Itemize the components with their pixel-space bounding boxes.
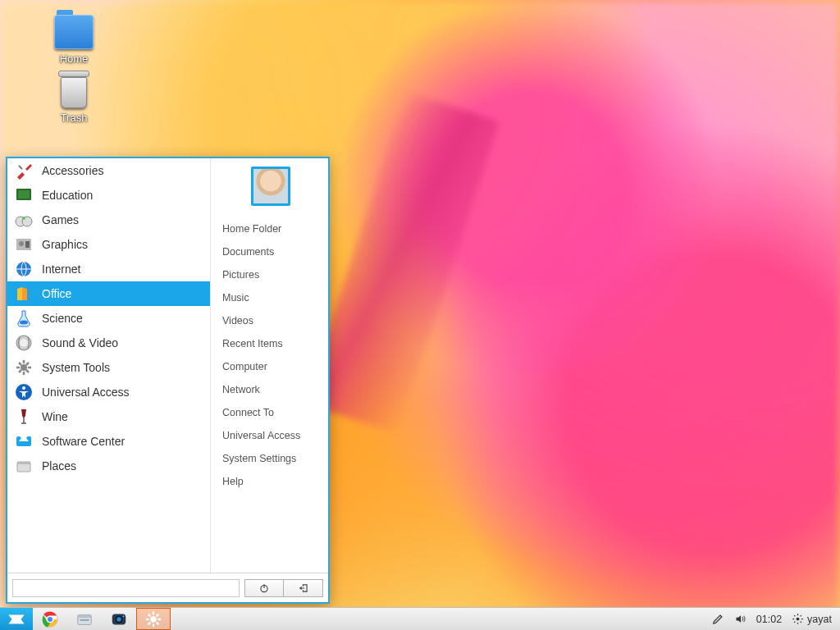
svg-rect-30 <box>80 619 89 621</box>
desktop-icon-label: Home <box>41 52 107 65</box>
clock-time: 01:02 <box>756 614 782 625</box>
logout-icon <box>298 582 309 594</box>
gear-icon <box>792 613 804 625</box>
user-avatar[interactable] <box>251 167 290 206</box>
category-office[interactable]: Office <box>7 281 210 306</box>
internet-icon <box>12 259 35 279</box>
category-label: Internet <box>42 262 80 276</box>
svg-point-12 <box>21 364 27 371</box>
category-label: System Tools <box>42 361 110 374</box>
svg-rect-20 <box>17 462 30 464</box>
svg-point-36 <box>797 618 800 621</box>
shutdown-button[interactable] <box>244 579 284 597</box>
category-label: Accessories <box>42 164 103 177</box>
category-places[interactable]: Places <box>7 454 210 478</box>
category-software-center[interactable]: Software Center <box>7 429 210 454</box>
volume-icon <box>734 613 746 625</box>
svg-point-33 <box>116 617 121 622</box>
category-graphics[interactable]: Graphics <box>7 232 210 257</box>
category-label: Universal Access <box>42 386 130 399</box>
system-settings-icon <box>144 610 162 628</box>
place-label: Universal Access <box>222 430 300 441</box>
wine-icon <box>12 407 35 427</box>
user-menu[interactable]: yayat <box>792 613 832 625</box>
start-menu-search-input[interactable] <box>12 579 240 597</box>
svg-rect-29 <box>78 614 92 618</box>
launcher-cheese-webcam[interactable] <box>102 608 136 630</box>
category-label: Wine <box>42 410 68 423</box>
games-icon <box>12 210 35 230</box>
education-icon <box>12 185 35 205</box>
place-system-settings[interactable]: System Settings <box>222 447 318 470</box>
category-science[interactable]: Science <box>7 306 210 331</box>
folder-icon <box>54 15 94 49</box>
svg-point-35 <box>150 616 156 622</box>
place-label: Documents <box>222 246 274 258</box>
category-education[interactable]: Education <box>7 183 210 208</box>
category-internet[interactable]: Internet <box>7 257 210 281</box>
place-music[interactable]: Music <box>222 286 318 309</box>
category-label: Education <box>42 189 93 202</box>
category-label: Software Center <box>42 435 125 448</box>
places-icon <box>12 456 35 476</box>
place-label: System Settings <box>222 453 296 464</box>
category-label: Games <box>42 213 79 226</box>
place-universal-access[interactable]: Universal Access <box>222 424 318 447</box>
clock[interactable]: 01:02 <box>756 614 782 625</box>
place-label: Computer <box>222 361 267 372</box>
accessories-icon <box>12 161 35 180</box>
category-label: Graphics <box>42 238 88 251</box>
cheese-webcam-icon <box>110 610 128 628</box>
start-menu-categories: AccessoriesEducationGamesGraphicsInterne… <box>7 158 211 573</box>
svg-point-4 <box>22 217 25 220</box>
launcher-system-settings[interactable] <box>136 608 171 630</box>
graphics-icon <box>12 235 35 254</box>
category-sound-video[interactable]: Sound & Video <box>7 331 210 355</box>
place-computer[interactable]: Computer <box>222 355 318 378</box>
launcher-google-chrome[interactable] <box>33 608 67 630</box>
volume-indicator[interactable] <box>734 613 746 625</box>
svg-rect-7 <box>25 241 30 248</box>
place-label: Recent Items <box>222 338 283 349</box>
desktop-icon-label: Trash <box>41 112 107 124</box>
start-menu-bottom-bar <box>7 573 328 602</box>
input-device-indicator[interactable] <box>712 613 724 625</box>
place-help[interactable]: Help <box>222 470 318 493</box>
zorin-logo-icon <box>7 612 25 627</box>
category-accessories[interactable]: Accessories <box>7 158 210 183</box>
category-wine[interactable]: Wine <box>7 404 210 429</box>
google-chrome-icon <box>41 610 59 628</box>
power-icon <box>258 582 270 594</box>
desktop-icon-trash[interactable]: Trash <box>41 74 107 124</box>
svg-point-6 <box>19 241 24 246</box>
place-network[interactable]: Network <box>222 378 318 401</box>
start-button[interactable] <box>0 608 33 630</box>
desktop-icon-home-folder[interactable]: Home <box>41 15 107 65</box>
place-label: Music <box>222 292 249 304</box>
pen-tablet-icon <box>712 613 724 625</box>
place-connect-to[interactable]: Connect To <box>222 401 318 424</box>
category-label: Office <box>42 287 71 300</box>
category-system-tools[interactable]: System Tools <box>7 355 210 380</box>
launcher-file-manager[interactable] <box>67 608 102 630</box>
svg-point-9 <box>20 321 28 325</box>
place-label: Connect To <box>222 407 274 418</box>
place-label: Videos <box>222 315 253 326</box>
place-label: Home Folder <box>222 223 281 235</box>
svg-rect-1 <box>18 190 30 199</box>
science-icon <box>12 308 35 328</box>
ua-icon <box>12 382 35 402</box>
place-videos[interactable]: Videos <box>222 309 318 332</box>
category-label: Sound & Video <box>42 336 118 349</box>
place-home-folder[interactable]: Home Folder <box>222 217 318 240</box>
start-menu: AccessoriesEducationGamesGraphicsInterne… <box>6 157 330 604</box>
system-tray: 01:02 yayat <box>704 608 840 630</box>
place-recent[interactable]: Recent Items <box>222 332 318 355</box>
place-label: Pictures <box>222 269 259 281</box>
taskbar: 01:02 yayat <box>0 607 840 630</box>
category-universal-access[interactable]: Universal Access <box>7 380 210 404</box>
place-label: Network <box>222 384 260 395</box>
category-games[interactable]: Games <box>7 208 210 232</box>
place-documents[interactable]: Documents <box>222 240 318 263</box>
place-pictures[interactable]: Pictures <box>222 263 318 286</box>
